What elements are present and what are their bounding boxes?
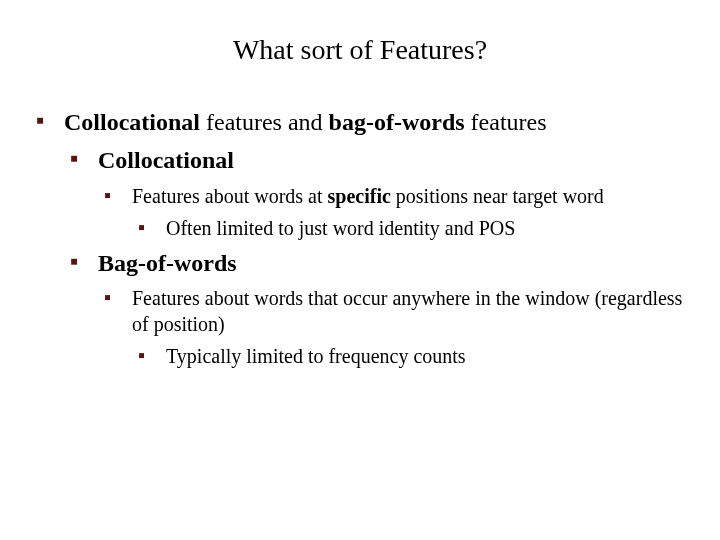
text-colloc-sub: Often limited to just word identity and …: [166, 217, 515, 239]
bullet-bow-feat: Features about words that occur anywhere…: [104, 285, 684, 337]
text-collocational: Collocational: [64, 109, 200, 135]
bullet-collocational-feat: Features about words at specific positio…: [104, 183, 684, 209]
bullet-collocational-head: Collocational: [70, 144, 684, 176]
text-collocational-head: Collocational: [98, 147, 234, 173]
text-mid: features and: [200, 109, 329, 135]
text-tail: features: [465, 109, 547, 135]
bullet-list: Collocational features and bag-of-words …: [36, 106, 684, 369]
text-bow-feat: Features about words that occur anywhere…: [132, 287, 682, 335]
slide: What sort of Features? Collocational fea…: [0, 0, 720, 540]
bullet-bow-sub: Typically limited to frequency counts: [138, 343, 684, 369]
text-bow: bag-of-words: [329, 109, 465, 135]
bullet-collocational-sub: Often limited to just word identity and …: [138, 215, 684, 241]
bullet-bow-head: Bag-of-words: [70, 247, 684, 279]
slide-title: What sort of Features?: [36, 34, 684, 66]
text-bow-head: Bag-of-words: [98, 250, 237, 276]
bullet-main: Collocational features and bag-of-words …: [36, 106, 684, 138]
text-feat-pre: Features about words at: [132, 185, 328, 207]
text-bow-sub: Typically limited to frequency counts: [166, 345, 466, 367]
text-feat-bold: specific: [328, 185, 391, 207]
text-feat-post: positions near target word: [391, 185, 604, 207]
